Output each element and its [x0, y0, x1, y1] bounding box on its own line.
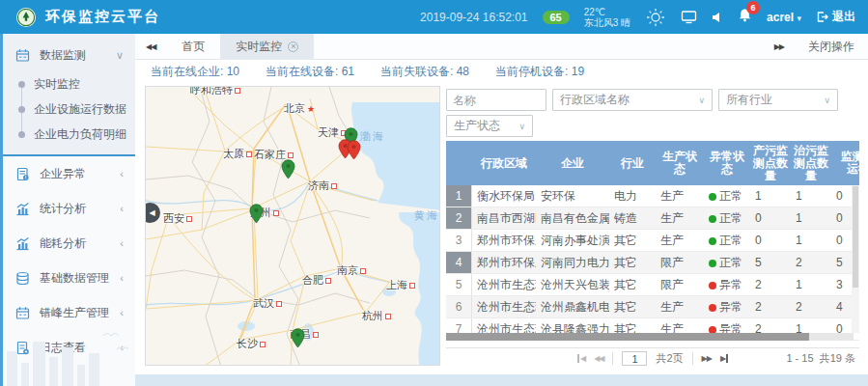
city-marker-icon — [288, 152, 294, 158]
main-area: ◀◀ 首页 实时监控 × ▶▶ 关闭操作 当前在线企业: 10当前在线设备: 6… — [135, 34, 868, 386]
cell-5-0: 沧州市生态环保局 — [472, 299, 536, 316]
cell-3-4: 正常 — [704, 255, 750, 271]
cell-5-6: 2 — [791, 300, 831, 314]
green-map-pin[interactable] — [281, 159, 295, 183]
sidebar-item-0[interactable]: 数据监测∨ — [3, 39, 135, 71]
column-header-7[interactable]: 治污监测点数量 — [791, 145, 831, 182]
column-header-6[interactable]: 产污监测点数量 — [750, 145, 791, 182]
production-status-select[interactable]: 生产状态 ∨ — [446, 115, 533, 137]
tabs-scroll-left-icon[interactable]: ◀◀ — [135, 42, 166, 51]
tab-bar: ◀◀ 首页 实时监控 × ▶▶ 关闭操作 — [135, 34, 868, 60]
hscroll-thumb[interactable] — [446, 333, 809, 341]
cell-0-3: 生产 — [656, 188, 704, 205]
column-header-5[interactable]: 异常状态 — [704, 151, 750, 176]
tab-home[interactable]: 首页 — [166, 34, 220, 60]
status-ok-dot-icon — [709, 260, 716, 267]
cell-3-3: 限产 — [656, 255, 704, 271]
horizontal-scrollbar[interactable] — [446, 333, 854, 341]
industry-select[interactable]: 所有行业 ∨ — [718, 89, 838, 111]
region-select[interactable]: 行政区域名称 ∨ — [552, 89, 713, 111]
cell-4-6: 1 — [791, 278, 831, 291]
vscroll-thumb[interactable] — [853, 186, 858, 288]
cell-1-0: 南昌市西湖区环保局 — [472, 210, 536, 227]
logout-button[interactable]: 退出 — [816, 9, 855, 25]
logout-label: 退出 — [832, 9, 855, 25]
city-marker-icon — [409, 283, 415, 289]
table-row-4[interactable]: 4郑州市环保局河南同力电力设备其它限产正常525 — [446, 252, 859, 274]
stats-bar: 当前在线企业: 10当前在线设备: 61当前失联设备: 48当前停机设备: 19 — [135, 60, 868, 84]
header-datetime: 2019-09-24 16:52:01 — [420, 11, 527, 24]
table-row-2[interactable]: 2南昌市西湖区环保局南昌有色金属有限公司铸造生产正常010 — [446, 207, 859, 230]
red-map-pin[interactable] — [347, 140, 361, 164]
sidebar-group-5: 错峰生产管理‹ — [3, 295, 135, 330]
chevron-left-icon: ‹ — [120, 168, 124, 179]
capital-star-icon: ★ — [307, 104, 315, 114]
sidebar-item-label: 日志查看 — [40, 340, 86, 356]
status-ok-dot-icon — [709, 193, 716, 201]
city-marker-icon — [235, 88, 240, 94]
sidebar-item-5[interactable]: 错峰生产管理‹ — [3, 295, 135, 330]
tabs-scroll-right-icon[interactable]: ▶▶ — [764, 42, 795, 51]
notifications-button[interactable]: 6 — [738, 8, 752, 27]
vertical-scrollbar[interactable] — [852, 185, 859, 333]
status-ok-dot-icon — [709, 237, 716, 245]
speaker-mute-icon[interactable] — [712, 12, 723, 23]
cell-4-0: 沧州市生态环保局 — [472, 277, 536, 293]
city-label: 西安 — [163, 211, 192, 226]
column-header-4[interactable]: 生产状态 — [656, 151, 704, 176]
green-map-pin[interactable] — [291, 328, 305, 352]
close-operations-button[interactable]: 关闭操作 — [795, 39, 868, 55]
prev-page-button[interactable]: ◀◀ — [594, 354, 603, 363]
sidebar-item-label: 错峰生产管理 — [40, 305, 109, 321]
industry-select-value: 所有行业 — [726, 92, 772, 108]
cell-4-3: 限产 — [656, 277, 704, 293]
table-row-6[interactable]: 6沧州市生态环保局沧州鼎鑫机电设备其它生产异常224 — [446, 296, 859, 318]
row-number-cell: 1 — [446, 185, 472, 207]
sidebar-item-4[interactable]: 基础数据管理‹ — [3, 261, 135, 295]
sidebar-item-3[interactable]: 能耗分析‹ — [3, 226, 135, 261]
tab-label: 实时监控 — [236, 34, 282, 60]
city-marker-icon — [260, 342, 266, 347]
tab-realtime-monitor[interactable]: 实时监控 × — [220, 34, 314, 60]
bullet-dot-icon — [18, 131, 25, 138]
column-header-8[interactable]: 监测点运行 — [831, 151, 859, 176]
cell-4-4: 异常 — [704, 277, 750, 293]
temperature-label: 22℃ — [584, 7, 605, 17]
cell-2-2: 其它 — [609, 233, 656, 249]
china-map[interactable]: 渤海黄海呼和浩特北京★天津太原石家庄济南西安郑州合肥南京上海武汉杭州长沙南昌 ◀ — [145, 86, 440, 366]
screen-monitor-icon[interactable] — [681, 10, 697, 24]
chevron-left-icon: ◀ — [149, 208, 154, 217]
next-page-button[interactable]: ▶▶ — [702, 354, 712, 363]
sidebar-item-6[interactable]: 日志查看‹ — [3, 330, 135, 365]
tab-close-icon[interactable]: × — [288, 41, 298, 52]
table-row-3[interactable]: 3郑州市环保局河南办事处演示其它生产正常010 — [446, 230, 859, 252]
bar-chart-icon — [15, 236, 31, 251]
first-page-button[interactable]: ◀ — [577, 354, 585, 363]
logout-icon — [816, 11, 828, 23]
cell-0-5: 1 — [750, 189, 791, 203]
sidebar-item-2[interactable]: 统计分析‹ — [3, 191, 135, 226]
table-row-1[interactable]: 1衡水环保局安环保电力生产正常110 — [446, 185, 859, 207]
sidebar-item-label: 企业异常 — [40, 166, 86, 182]
status-alert-dot-icon — [709, 282, 716, 290]
column-header-2[interactable]: 企业 — [536, 157, 609, 170]
sidebar-subitem[interactable]: 实时监控 — [3, 71, 135, 96]
sidebar-subitem[interactable]: 企业设施运行数据 — [3, 96, 135, 122]
green-map-pin[interactable] — [249, 204, 264, 228]
sidebar-item-1[interactable]: 企业异常‹ — [3, 156, 135, 191]
app-root: 环保监控云平台 2019-09-24 16:52:01 65 22℃ 东北风3 … — [0, 0, 868, 386]
last-page-button[interactable]: ▶ — [720, 354, 728, 363]
cell-0-4: 正常 — [704, 188, 750, 205]
city-marker-icon — [325, 278, 331, 284]
sidebar-group-6: 日志查看‹ — [3, 330, 135, 365]
name-search-input[interactable] — [446, 89, 546, 111]
wind-label: 东北风3 晴 — [584, 17, 630, 28]
column-header-3[interactable]: 行业 — [609, 157, 656, 170]
cell-1-3: 生产 — [656, 210, 704, 227]
user-menu[interactable]: acrel ▾ — [767, 11, 801, 24]
table-row-5[interactable]: 5沧州市生态环保局沧州天兴包装制品其它限产异常213 — [446, 274, 859, 296]
sidebar-subitem[interactable]: 企业电力负荷明细 — [3, 122, 135, 147]
column-header-1[interactable]: 行政区域 — [472, 157, 536, 170]
page-number-input[interactable] — [622, 351, 647, 366]
bottom-strip — [135, 374, 868, 386]
